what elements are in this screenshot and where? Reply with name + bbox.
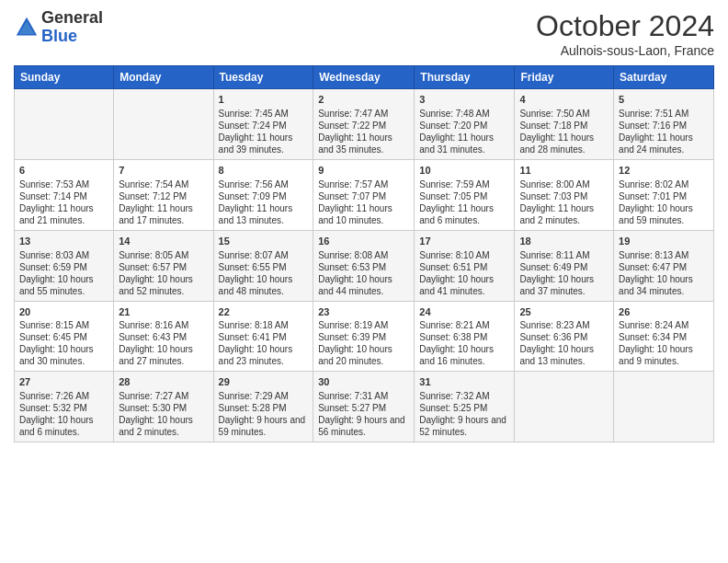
- day-info: Sunrise: 7:48 AM Sunset: 7:20 PM Dayligh…: [419, 108, 509, 155]
- calendar-cell: 18Sunrise: 8:11 AM Sunset: 6:49 PM Dayli…: [515, 230, 614, 301]
- col-header-thursday: Thursday: [415, 66, 515, 89]
- calendar-cell: 11Sunrise: 8:00 AM Sunset: 7:03 PM Dayli…: [515, 159, 614, 230]
- calendar-cell: 23Sunrise: 8:19 AM Sunset: 6:39 PM Dayli…: [313, 301, 415, 372]
- calendar-cell: 13Sunrise: 8:03 AM Sunset: 6:59 PM Dayli…: [15, 230, 114, 301]
- day-info: Sunrise: 8:13 AM Sunset: 6:47 PM Dayligh…: [619, 249, 709, 297]
- day-number: 12: [619, 164, 709, 178]
- day-number: 6: [19, 164, 108, 178]
- day-number: 27: [19, 375, 108, 389]
- day-number: 20: [19, 305, 108, 319]
- day-number: 22: [219, 305, 309, 319]
- day-info: Sunrise: 8:16 AM Sunset: 6:43 PM Dayligh…: [119, 319, 208, 367]
- calendar-cell: 29Sunrise: 7:29 AM Sunset: 5:28 PM Dayli…: [213, 372, 313, 442]
- calendar-row-4: 20Sunrise: 8:15 AM Sunset: 6:45 PM Dayli…: [15, 301, 714, 372]
- title-block: October 2024 Aulnois-sous-Laon, France: [536, 9, 714, 58]
- day-number: 14: [119, 235, 208, 248]
- calendar-cell: 16Sunrise: 8:08 AM Sunset: 6:53 PM Dayli…: [313, 230, 415, 301]
- calendar-cell: 25Sunrise: 8:23 AM Sunset: 6:36 PM Dayli…: [515, 301, 614, 372]
- day-info: Sunrise: 8:21 AM Sunset: 6:38 PM Dayligh…: [419, 319, 509, 367]
- calendar-cell: [614, 372, 714, 442]
- day-number: 29: [219, 375, 309, 389]
- day-info: Sunrise: 8:11 AM Sunset: 6:49 PM Dayligh…: [519, 249, 609, 297]
- page: General Blue October 2024 Aulnois-sous-L…: [0, 0, 728, 563]
- calendar-cell: 14Sunrise: 8:05 AM Sunset: 6:57 PM Dayli…: [114, 230, 213, 301]
- day-info: Sunrise: 7:45 AM Sunset: 7:24 PM Dayligh…: [219, 108, 309, 155]
- day-info: Sunrise: 7:56 AM Sunset: 7:09 PM Dayligh…: [219, 178, 309, 226]
- calendar-cell: 9Sunrise: 7:57 AM Sunset: 7:07 PM Daylig…: [313, 159, 415, 230]
- day-number: 3: [419, 93, 509, 107]
- calendar-cell: [15, 89, 114, 160]
- col-header-monday: Monday: [114, 66, 213, 89]
- calendar-cell: 27Sunrise: 7:26 AM Sunset: 5:32 PM Dayli…: [15, 372, 114, 442]
- day-number: 21: [119, 305, 208, 319]
- day-info: Sunrise: 8:00 AM Sunset: 7:03 PM Dayligh…: [519, 178, 609, 226]
- day-info: Sunrise: 8:24 AM Sunset: 6:34 PM Dayligh…: [619, 319, 709, 367]
- day-number: 28: [119, 375, 208, 389]
- calendar-cell: 24Sunrise: 8:21 AM Sunset: 6:38 PM Dayli…: [415, 301, 515, 372]
- calendar-cell: 30Sunrise: 7:31 AM Sunset: 5:27 PM Dayli…: [313, 372, 415, 442]
- header: General Blue October 2024 Aulnois-sous-L…: [14, 9, 714, 58]
- day-number: 30: [318, 375, 409, 389]
- month-title: October 2024: [536, 9, 714, 43]
- day-info: Sunrise: 7:27 AM Sunset: 5:30 PM Dayligh…: [119, 390, 208, 438]
- day-number: 15: [219, 235, 309, 248]
- day-number: 9: [318, 164, 409, 178]
- col-header-friday: Friday: [515, 66, 614, 89]
- calendar-table: SundayMondayTuesdayWednesdayThursdayFrid…: [14, 65, 714, 442]
- day-info: Sunrise: 8:10 AM Sunset: 6:51 PM Dayligh…: [419, 249, 509, 297]
- day-number: 5: [619, 93, 709, 107]
- calendar-cell: 28Sunrise: 7:27 AM Sunset: 5:30 PM Dayli…: [114, 372, 213, 442]
- calendar-row-5: 27Sunrise: 7:26 AM Sunset: 5:32 PM Dayli…: [15, 372, 714, 442]
- calendar-cell: 22Sunrise: 8:18 AM Sunset: 6:41 PM Dayli…: [213, 301, 313, 372]
- day-number: 11: [519, 164, 609, 178]
- day-info: Sunrise: 7:57 AM Sunset: 7:07 PM Dayligh…: [318, 178, 409, 226]
- calendar-cell: 5Sunrise: 7:51 AM Sunset: 7:16 PM Daylig…: [614, 89, 714, 160]
- calendar-cell: 1Sunrise: 7:45 AM Sunset: 7:24 PM Daylig…: [213, 89, 313, 160]
- day-info: Sunrise: 7:29 AM Sunset: 5:28 PM Dayligh…: [219, 390, 309, 438]
- calendar-cell: 3Sunrise: 7:48 AM Sunset: 7:20 PM Daylig…: [415, 89, 515, 160]
- calendar-row-1: 1Sunrise: 7:45 AM Sunset: 7:24 PM Daylig…: [15, 89, 714, 160]
- day-info: Sunrise: 7:59 AM Sunset: 7:05 PM Dayligh…: [419, 178, 509, 226]
- calendar-cell: 31Sunrise: 7:32 AM Sunset: 5:25 PM Dayli…: [415, 372, 515, 442]
- calendar-cell: 10Sunrise: 7:59 AM Sunset: 7:05 PM Dayli…: [415, 159, 515, 230]
- col-header-saturday: Saturday: [614, 66, 714, 89]
- day-number: 7: [119, 164, 208, 178]
- day-number: 17: [419, 235, 509, 248]
- calendar-cell: 20Sunrise: 8:15 AM Sunset: 6:45 PM Dayli…: [15, 301, 114, 372]
- day-info: Sunrise: 7:51 AM Sunset: 7:16 PM Dayligh…: [619, 108, 709, 155]
- day-number: 8: [219, 164, 309, 178]
- day-info: Sunrise: 7:54 AM Sunset: 7:12 PM Dayligh…: [119, 178, 208, 226]
- logo-icon: [14, 15, 40, 40]
- calendar-cell: 17Sunrise: 8:10 AM Sunset: 6:51 PM Dayli…: [415, 230, 515, 301]
- day-number: 1: [219, 93, 309, 107]
- day-number: 16: [318, 235, 409, 248]
- calendar-cell: 6Sunrise: 7:53 AM Sunset: 7:14 PM Daylig…: [15, 159, 114, 230]
- calendar-cell: 7Sunrise: 7:54 AM Sunset: 7:12 PM Daylig…: [114, 159, 213, 230]
- day-number: 10: [419, 164, 509, 178]
- day-number: 2: [318, 93, 409, 107]
- calendar-cell: 15Sunrise: 8:07 AM Sunset: 6:55 PM Dayli…: [213, 230, 313, 301]
- logo-text: General Blue: [41, 9, 103, 46]
- day-info: Sunrise: 7:47 AM Sunset: 7:22 PM Dayligh…: [318, 108, 409, 155]
- day-info: Sunrise: 7:53 AM Sunset: 7:14 PM Dayligh…: [19, 178, 108, 226]
- day-number: 13: [19, 235, 108, 248]
- calendar-cell: [515, 372, 614, 442]
- calendar-cell: 26Sunrise: 8:24 AM Sunset: 6:34 PM Dayli…: [614, 301, 714, 372]
- col-header-wednesday: Wednesday: [313, 66, 415, 89]
- day-number: 4: [519, 93, 609, 107]
- day-number: 26: [619, 305, 709, 319]
- col-header-sunday: Sunday: [15, 66, 114, 89]
- calendar-cell: 21Sunrise: 8:16 AM Sunset: 6:43 PM Dayli…: [114, 301, 213, 372]
- day-info: Sunrise: 8:08 AM Sunset: 6:53 PM Dayligh…: [318, 249, 409, 297]
- day-info: Sunrise: 8:19 AM Sunset: 6:39 PM Dayligh…: [318, 319, 409, 367]
- day-info: Sunrise: 8:23 AM Sunset: 6:36 PM Dayligh…: [519, 319, 609, 367]
- calendar-cell: 19Sunrise: 8:13 AM Sunset: 6:47 PM Dayli…: [614, 230, 714, 301]
- day-info: Sunrise: 7:26 AM Sunset: 5:32 PM Dayligh…: [19, 390, 108, 438]
- day-number: 18: [519, 235, 609, 248]
- calendar-row-2: 6Sunrise: 7:53 AM Sunset: 7:14 PM Daylig…: [15, 159, 714, 230]
- day-info: Sunrise: 8:05 AM Sunset: 6:57 PM Dayligh…: [119, 249, 208, 297]
- logo: General Blue: [14, 9, 103, 46]
- location: Aulnois-sous-Laon, France: [536, 43, 714, 58]
- day-info: Sunrise: 8:15 AM Sunset: 6:45 PM Dayligh…: [19, 319, 108, 367]
- day-number: 23: [318, 305, 409, 319]
